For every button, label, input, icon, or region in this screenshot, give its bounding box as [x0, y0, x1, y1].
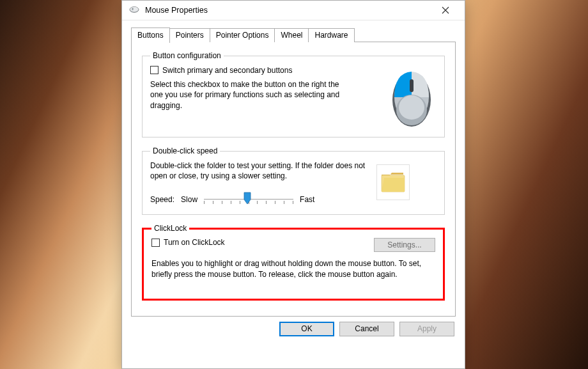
close-button[interactable] — [431, 1, 460, 19]
mouse-icon — [128, 5, 140, 16]
tab-row: Buttons Pointers Pointer Options Wheel H… — [131, 27, 456, 42]
group-double-click-speed: Double-click speed Double-click the fold… — [142, 146, 445, 215]
tab-pointers[interactable]: Pointers — [169, 28, 210, 42]
svg-point-2 — [132, 8, 134, 10]
clicklock-settings-button: Settings... — [374, 238, 435, 252]
checkbox-switch-primary-secondary[interactable]: Switch primary and secondary buttons — [150, 65, 292, 75]
svg-point-7 — [399, 95, 424, 120]
double-click-test-folder[interactable] — [376, 164, 410, 200]
checkbox-box-icon — [150, 66, 159, 74]
double-click-speed-slider[interactable] — [204, 192, 293, 207]
speed-label: Speed: — [150, 194, 174, 205]
clicklock-description: Enables you to highlight or drag without… — [151, 258, 435, 279]
button-config-description: Select this checkbox to make the button … — [150, 79, 348, 111]
cancel-button[interactable]: Cancel — [339, 322, 394, 336]
checkbox-turn-on-clicklock[interactable]: Turn on ClickLock — [151, 238, 225, 247]
mouse-illustration — [387, 65, 437, 129]
legend-button-configuration: Button configuration — [150, 51, 224, 60]
group-button-configuration: Button configuration Switch primary and … — [142, 51, 445, 137]
legend-double-click: Double-click speed — [150, 146, 220, 155]
tab-page-buttons: Button configuration Switch primary and … — [131, 42, 456, 317]
checkbox-clicklock-label: Turn on ClickLock — [164, 238, 225, 247]
tab-wheel[interactable]: Wheel — [274, 28, 309, 42]
speed-slow-label: Slow — [181, 194, 197, 205]
checkbox-switch-label: Switch primary and secondary buttons — [162, 65, 292, 75]
dialog-button-row: OK Cancel Apply — [122, 317, 465, 344]
legend-clicklock: ClickLock — [151, 224, 189, 233]
tab-buttons[interactable]: Buttons — [131, 27, 170, 43]
svg-rect-5 — [410, 79, 414, 92]
checkbox-box-icon — [151, 239, 160, 247]
tab-pointer-options[interactable]: Pointer Options — [210, 28, 275, 42]
mouse-properties-dialog: Mouse Properties Buttons Pointers Pointe… — [121, 0, 465, 369]
ok-button[interactable]: OK — [279, 322, 334, 336]
tabs-container: Buttons Pointers Pointer Options Wheel H… — [131, 27, 456, 317]
slider-thumb-icon — [244, 192, 251, 205]
double-click-description: Double-click the folder to test your set… — [150, 161, 368, 181]
speed-fast-label: Fast — [300, 194, 314, 205]
group-clicklock: ClickLock Settings... Turn on ClickLock … — [142, 224, 445, 300]
titlebar: Mouse Properties — [122, 1, 465, 20]
tab-hardware[interactable]: Hardware — [308, 28, 354, 42]
apply-button: Apply — [399, 322, 454, 336]
window-title: Mouse Properties — [145, 6, 431, 15]
svg-point-1 — [130, 6, 138, 11]
